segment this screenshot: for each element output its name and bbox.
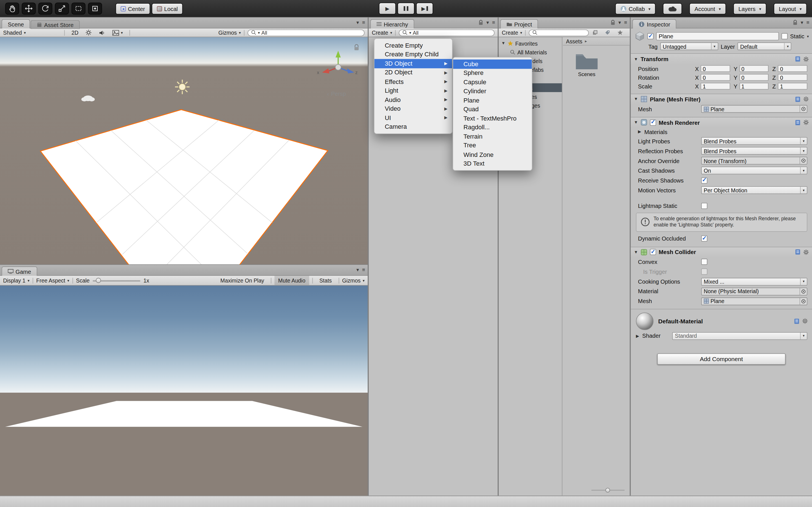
scene-gizmos-dropdown[interactable]: Gizmos▾ <box>218 30 241 36</box>
gear-icon[interactable] <box>803 96 809 102</box>
cloud-button[interactable] <box>663 3 682 14</box>
reference-book-icon[interactable] <box>795 119 801 125</box>
dynamic-occluded-checkbox[interactable] <box>701 235 707 242</box>
axis-x-label[interactable]: x <box>317 70 319 75</box>
rotation-z-field[interactable]: 0 <box>778 74 807 81</box>
menu-item-3d-object[interactable]: 3D Object▶ <box>374 59 452 68</box>
panel-menu-icon[interactable]: ≡ <box>624 20 627 25</box>
transform-tool-button[interactable] <box>88 3 102 14</box>
layer-dropdown[interactable]: Default ▾ <box>738 43 792 50</box>
panel-menu-icon[interactable]: ≡ <box>806 20 809 25</box>
slider-knob[interactable] <box>96 278 101 283</box>
panel-menu-icon[interactable]: ≡ <box>492 20 495 25</box>
menu-item-ui[interactable]: UI▶ <box>374 113 452 122</box>
game-gizmos-dropdown[interactable]: Gizmos▾ <box>342 277 364 283</box>
mesh-filter-header[interactable]: ▼ Plane (Mesh Filter) <box>631 94 812 104</box>
project-search-field[interactable] <box>529 29 589 36</box>
receive-shadows-checkbox[interactable] <box>701 177 707 183</box>
2d-toggle[interactable]: 2D <box>68 29 82 37</box>
panel-dropdown-icon[interactable]: ▾ <box>618 20 621 25</box>
gear-icon[interactable] <box>802 318 808 324</box>
add-component-button[interactable]: Add Component <box>657 353 786 364</box>
collab-button[interactable]: Collab▾ <box>615 3 656 14</box>
breadcrumb-label[interactable]: Assets <box>566 38 582 44</box>
scale-y-field[interactable]: 1 <box>739 83 769 90</box>
convex-checkbox[interactable] <box>701 259 707 265</box>
axis-z-label[interactable]: z <box>355 70 357 75</box>
cast-shadows-dropdown[interactable]: On▾ <box>701 166 808 174</box>
lock-icon[interactable] <box>478 20 483 25</box>
scale-tool-button[interactable] <box>55 3 69 14</box>
slider-knob[interactable] <box>605 488 610 492</box>
chevron-down-icon[interactable]: ▾ <box>807 34 809 39</box>
submenu-item-ragdoll[interactable]: Ragdoll... <box>453 123 532 132</box>
is-trigger-checkbox[interactable] <box>701 269 707 275</box>
search-by-type-button[interactable] <box>589 29 601 37</box>
pivot-local-button[interactable]: Local <box>152 3 183 14</box>
foldout-icon[interactable]: ▼ <box>634 250 638 255</box>
orientation-gizmo[interactable] <box>313 48 363 91</box>
light-probes-dropdown[interactable]: Blend Probes▾ <box>701 137 808 145</box>
collider-mesh-field[interactable]: Plane <box>701 297 808 305</box>
submenu-item-plane[interactable]: Plane <box>453 96 532 105</box>
hierarchy-search-field[interactable]: ▾ All <box>399 29 495 36</box>
maximize-on-play-toggle[interactable]: Maximize On Play <box>217 276 268 285</box>
effects-toggle[interactable]: ▾ <box>109 29 126 37</box>
tab-inspector[interactable]: Inspector <box>632 19 677 29</box>
component-enabled-checkbox[interactable] <box>650 249 656 255</box>
scene-search-field[interactable]: ▾ All <box>248 29 364 36</box>
cooking-options-dropdown[interactable]: Mixed ...▾ <box>701 278 808 286</box>
scale-x-field[interactable]: 1 <box>701 83 730 90</box>
reflection-probes-dropdown[interactable]: Blend Probes▾ <box>701 147 808 155</box>
stats-toggle[interactable]: Stats <box>316 276 336 285</box>
mesh-collider-header[interactable]: ▼ Mesh Collider <box>631 247 812 257</box>
perspective-toggle[interactable]: ‹ Persp <box>327 91 346 97</box>
menu-item-video[interactable]: Video▶ <box>374 104 452 113</box>
lightmap-static-checkbox[interactable] <box>701 203 707 209</box>
lock-icon[interactable] <box>354 44 359 51</box>
audio-toggle[interactable] <box>96 29 109 37</box>
menu-item-audio[interactable]: Audio▶ <box>374 95 452 104</box>
submenu-item-quad[interactable]: Quad <box>453 105 532 114</box>
tab-scene[interactable]: Scene <box>2 19 30 29</box>
scene-viewport[interactable]: x z ‹ Persp <box>0 37 368 265</box>
move-tool-button[interactable] <box>22 3 36 14</box>
draw-mode-dropdown[interactable]: Shaded▾ <box>3 30 61 36</box>
mesh-renderer-header[interactable]: ▼ Mesh Renderer <box>631 117 812 127</box>
active-checkbox[interactable] <box>647 33 654 40</box>
tag-dropdown[interactable]: Untagged ▾ <box>660 43 718 50</box>
submenu-item-sphere[interactable]: Sphere <box>453 68 532 77</box>
lock-icon[interactable] <box>793 20 798 25</box>
menu-item-create-empty-child[interactable]: Create Empty Child <box>374 50 452 59</box>
foldout-icon[interactable]: ▶ <box>636 334 639 338</box>
position-z-field[interactable]: 0 <box>778 65 807 72</box>
foldout-icon[interactable]: ▼ <box>501 41 506 46</box>
pause-button[interactable] <box>398 3 415 14</box>
play-button[interactable]: ▶ <box>379 3 396 14</box>
reference-book-icon[interactable] <box>795 249 801 255</box>
static-checkbox[interactable] <box>781 33 788 40</box>
physic-material-field[interactable]: None (Physic Material) <box>701 288 808 295</box>
game-viewport[interactable] <box>0 286 368 497</box>
scenes-folder-tile[interactable]: Scenes <box>570 52 603 77</box>
foldout-icon[interactable]: ▼ <box>634 120 638 125</box>
transform-header[interactable]: ▼ Transform <box>631 54 812 64</box>
panel-dropdown-icon[interactable]: ▾ <box>486 20 489 25</box>
scale-z-field[interactable]: 1 <box>778 83 807 90</box>
tab-project[interactable]: Project <box>500 19 538 29</box>
reference-book-icon[interactable] <box>795 56 801 62</box>
search-by-label-button[interactable] <box>601 29 613 37</box>
gear-icon[interactable] <box>803 249 809 255</box>
reference-book-icon[interactable] <box>795 96 801 102</box>
tab-game[interactable]: Game <box>2 267 38 276</box>
pivot-center-button[interactable]: Center <box>116 3 150 14</box>
display-dropdown[interactable]: Display 1▾ <box>3 277 30 283</box>
lighting-toggle[interactable] <box>82 29 96 37</box>
rect-tool-button[interactable] <box>71 3 86 14</box>
foldout-icon[interactable]: ▶ <box>638 129 641 134</box>
rotation-x-field[interactable]: 0 <box>701 74 730 81</box>
hand-tool-button[interactable] <box>5 3 19 14</box>
gear-icon[interactable] <box>803 56 809 62</box>
account-dropdown[interactable]: Account▾ <box>689 3 726 14</box>
submenu-item-text-textmeshpro[interactable]: Text - TextMeshPro <box>453 114 532 123</box>
